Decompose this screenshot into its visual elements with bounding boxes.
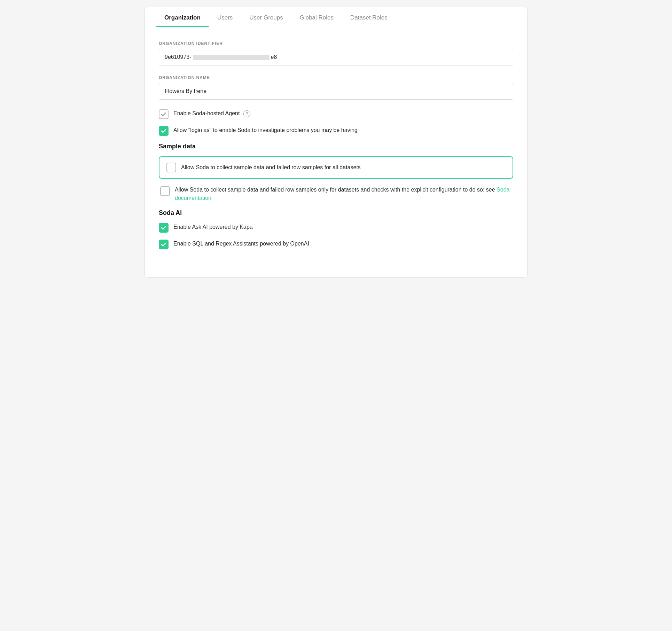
tab-navigation: Organization Users User Groups Global Ro… xyxy=(145,7,527,27)
ask-ai-row: Enable Ask AI powered by Kapa xyxy=(159,223,513,233)
sql-regex-checkbox[interactable] xyxy=(159,240,169,249)
sql-regex-row: Enable SQL and Regex Assistants powered … xyxy=(159,240,513,249)
org-name-input[interactable] xyxy=(159,83,513,100)
tab-organization[interactable]: Organization xyxy=(156,7,209,27)
soda-hosted-agent-checkbox[interactable] xyxy=(159,109,169,119)
org-name-label: ORGANIZATION NAME xyxy=(159,75,513,80)
org-identifier-input[interactable]: 9e610973-e8 xyxy=(159,49,513,65)
sample-data-option2: Allow Soda to collect sample data and fa… xyxy=(159,186,513,202)
org-identifier-section: ORGANIZATION IDENTIFIER 9e610973-e8 xyxy=(159,41,513,65)
org-identifier-prefix: 9e610973- xyxy=(165,54,192,60)
ask-ai-checkbox[interactable] xyxy=(159,223,169,233)
soda-ai-section: Soda AI Enable Ask AI powered by Kapa En… xyxy=(159,209,513,249)
org-identifier-suffix: e8 xyxy=(271,54,277,60)
login-as-label: Allow "login as" to enable Soda to inves… xyxy=(173,126,358,134)
sample-data-option2-checkbox[interactable] xyxy=(160,186,170,196)
main-container: Organization Users User Groups Global Ro… xyxy=(144,7,528,278)
org-identifier-redacted xyxy=(193,55,269,60)
help-icon[interactable]: ? xyxy=(243,110,250,117)
ask-ai-label: Enable Ask AI powered by Kapa xyxy=(173,223,253,231)
soda-hosted-agent-label: Enable Soda-hosted Agent ? xyxy=(173,109,250,118)
tab-global-roles[interactable]: Global Roles xyxy=(291,7,342,27)
checkmark-icon xyxy=(161,111,166,117)
sample-data-option1-label: Allow Soda to collect sample data and fa… xyxy=(181,163,361,172)
soda-hosted-agent-row: Enable Soda-hosted Agent ? xyxy=(159,109,513,119)
tab-user-groups[interactable]: User Groups xyxy=(241,7,291,27)
ask-ai-checkmark-icon xyxy=(161,225,166,231)
org-name-section: ORGANIZATION NAME xyxy=(159,75,513,100)
sample-data-option1-checkbox[interactable] xyxy=(166,163,176,172)
tab-dataset-roles[interactable]: Dataset Roles xyxy=(342,7,396,27)
login-as-row: Allow "login as" to enable Soda to inves… xyxy=(159,126,513,136)
content-area: ORGANIZATION IDENTIFIER 9e610973-e8 ORGA… xyxy=(145,27,527,277)
login-as-checkbox[interactable] xyxy=(159,126,169,136)
sample-data-heading: Sample data xyxy=(159,143,513,150)
sql-regex-label: Enable SQL and Regex Assistants powered … xyxy=(173,240,309,248)
tab-users[interactable]: Users xyxy=(209,7,241,27)
org-identifier-label: ORGANIZATION IDENTIFIER xyxy=(159,41,513,46)
sample-data-option2-label: Allow Soda to collect sample data and fa… xyxy=(175,186,512,202)
soda-ai-heading: Soda AI xyxy=(159,209,513,217)
login-as-checkmark-icon xyxy=(161,128,166,134)
sample-data-option1[interactable]: Allow Soda to collect sample data and fa… xyxy=(159,156,513,179)
sql-regex-checkmark-icon xyxy=(161,242,166,247)
